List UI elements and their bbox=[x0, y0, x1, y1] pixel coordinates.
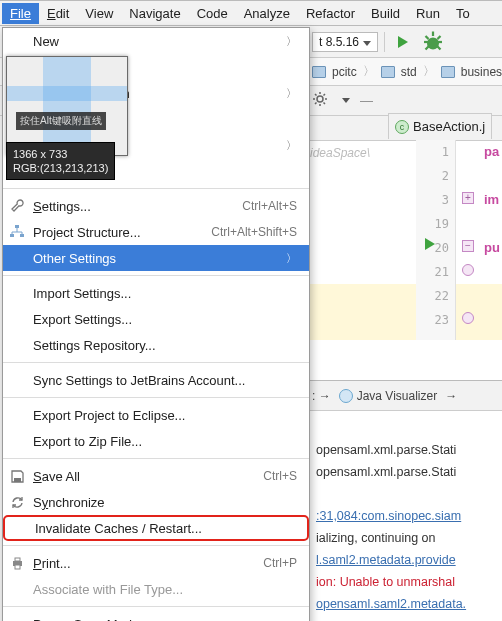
collapse-icon[interactable]: — bbox=[360, 93, 373, 108]
console-output[interactable]: opensaml.xml.parse.Stati opensaml.xml.pa… bbox=[308, 411, 502, 621]
menu-item-synchronize[interactable]: Synchronize bbox=[3, 489, 309, 515]
separator bbox=[3, 458, 309, 459]
play-icon bbox=[398, 36, 408, 48]
tooltip-rgb: RGB:(213,213,213) bbox=[13, 161, 108, 175]
chevron-right-icon: 〉 bbox=[286, 251, 297, 266]
line-number[interactable]: 21 bbox=[416, 260, 455, 284]
folder-icon bbox=[312, 66, 326, 78]
menu-edit[interactable]: Edit bbox=[39, 3, 77, 24]
menu-item-project-structure[interactable]: Project Structure...Ctrl+Alt+Shift+S bbox=[3, 219, 309, 245]
chevron-right-icon: 〉 bbox=[423, 63, 435, 80]
overlay-tooltip: 1366 x 733 RGB:(213,213,213) bbox=[6, 142, 115, 180]
bottom-tabs: : → Java Visualizer → bbox=[308, 381, 502, 411]
menu-item-settings-repository[interactable]: Settings Repository... bbox=[3, 332, 309, 358]
wrench-icon bbox=[9, 198, 25, 214]
run-config-selector[interactable]: t 8.5.16 bbox=[312, 32, 378, 52]
menu-item-import-settings[interactable]: Import Settings... bbox=[3, 280, 309, 306]
separator bbox=[3, 275, 309, 276]
line-number[interactable]: 1 bbox=[416, 140, 455, 164]
menu-code[interactable]: Code bbox=[189, 3, 236, 24]
line-number[interactable]: 2 bbox=[416, 164, 455, 188]
bottom-tab[interactable]: → bbox=[445, 389, 457, 403]
bottom-tab-visualizer[interactable]: Java Visualizer bbox=[339, 389, 437, 403]
fold-toggle[interactable]: − bbox=[462, 240, 474, 252]
svg-rect-12 bbox=[14, 478, 21, 482]
folder-icon bbox=[441, 66, 455, 78]
menu-item-settings[interactable]: Settings...Ctrl+Alt+S bbox=[3, 193, 309, 219]
menu-item-save-all[interactable]: Save AllCtrl+S bbox=[3, 463, 309, 489]
gutter: 1 2 3 19 20 21 22 23 bbox=[416, 140, 456, 340]
menubar: File Edit View Navigate Code Analyze Ref… bbox=[0, 0, 502, 26]
menu-item-export-settings[interactable]: Export Settings... bbox=[3, 306, 309, 332]
debug-button[interactable] bbox=[421, 30, 445, 54]
class-icon: c bbox=[395, 120, 409, 134]
svg-point-8 bbox=[317, 96, 323, 102]
menu-refactor[interactable]: Refactor bbox=[298, 3, 363, 24]
path-hint: ideaSpace\ bbox=[310, 146, 370, 160]
chevron-down-icon bbox=[363, 41, 371, 46]
menu-analyze[interactable]: Analyze bbox=[236, 3, 298, 24]
overlay-hint-cn: 按住Alt键吸附直线 bbox=[16, 112, 106, 130]
menu-item-new[interactable]: New〉 bbox=[3, 28, 309, 54]
sync-icon bbox=[9, 494, 25, 510]
magnifier-overlay bbox=[6, 56, 128, 156]
chevron-down-icon[interactable] bbox=[342, 98, 350, 103]
menu-build[interactable]: Build bbox=[363, 3, 408, 24]
svg-line-4 bbox=[426, 36, 429, 39]
bottom-tab[interactable]: : → bbox=[312, 389, 331, 403]
menu-view[interactable]: View bbox=[77, 3, 121, 24]
breadcrumb-item[interactable]: business bbox=[461, 65, 502, 79]
structure-icon bbox=[9, 224, 25, 240]
separator bbox=[3, 362, 309, 363]
menu-item-print[interactable]: Print...Ctrl+P bbox=[3, 550, 309, 576]
menu-item-export-eclipse[interactable]: Export Project to Eclipse... bbox=[3, 402, 309, 428]
fold-column: + − bbox=[462, 140, 478, 340]
menu-item-sync-jetbrains[interactable]: Sync Settings to JetBrains Account... bbox=[3, 367, 309, 393]
line-number[interactable]: 23 bbox=[416, 308, 455, 332]
chevron-right-icon: 〉 bbox=[286, 34, 297, 49]
menu-item-export-zip[interactable]: Export to Zip File... bbox=[3, 428, 309, 454]
fold-toggle[interactable] bbox=[462, 264, 474, 276]
menu-navigate[interactable]: Navigate bbox=[121, 3, 188, 24]
code-area[interactable]: pa im pu bbox=[484, 140, 500, 260]
menu-run[interactable]: Run bbox=[408, 3, 448, 24]
separator bbox=[3, 188, 309, 189]
menu-item-other-settings[interactable]: Other Settings〉 bbox=[3, 245, 309, 271]
line-number[interactable]: 22 bbox=[416, 284, 455, 308]
separator bbox=[3, 397, 309, 398]
save-icon bbox=[9, 468, 25, 484]
svg-line-5 bbox=[438, 36, 441, 39]
chevron-right-icon: 〉 bbox=[363, 63, 375, 80]
line-number[interactable]: 3 bbox=[416, 188, 455, 212]
line-number[interactable]: 20 bbox=[416, 236, 455, 260]
menu-item-invalidate-caches[interactable]: Invalidate Caches / Restart... bbox=[3, 515, 309, 541]
menu-file[interactable]: File bbox=[2, 3, 39, 24]
svg-line-7 bbox=[438, 46, 441, 49]
svg-rect-15 bbox=[15, 565, 20, 569]
separator bbox=[3, 606, 309, 607]
breadcrumb-item[interactable]: std bbox=[401, 65, 417, 79]
fold-toggle[interactable]: + bbox=[462, 192, 474, 204]
editor-tab[interactable]: c BaseAction.j bbox=[388, 113, 492, 139]
tooltip-dimensions: 1366 x 733 bbox=[13, 147, 108, 161]
menu-item-associate-filetype: Associate with File Type... bbox=[3, 576, 309, 602]
bug-icon bbox=[421, 30, 445, 54]
run-button[interactable] bbox=[391, 30, 415, 54]
svg-rect-10 bbox=[10, 234, 14, 237]
run-gutter-icon[interactable] bbox=[425, 238, 435, 250]
line-number[interactable]: 19 bbox=[416, 212, 455, 236]
visualizer-icon bbox=[339, 389, 353, 403]
bottom-panel: : → Java Visualizer → opensaml.xml.parse… bbox=[308, 380, 502, 621]
menu-item-power-save[interactable]: Power Save Mode bbox=[3, 611, 309, 621]
separator bbox=[3, 545, 309, 546]
breadcrumb-item[interactable]: pcitc bbox=[332, 65, 357, 79]
tab-label: BaseAction.j bbox=[413, 119, 485, 134]
svg-rect-9 bbox=[15, 225, 19, 228]
fold-toggle[interactable] bbox=[462, 312, 474, 324]
print-icon bbox=[9, 555, 25, 571]
menu-tools[interactable]: To bbox=[448, 3, 478, 24]
svg-rect-14 bbox=[15, 558, 20, 561]
gear-icon[interactable] bbox=[312, 91, 328, 110]
folder-icon bbox=[381, 66, 395, 78]
svg-line-6 bbox=[426, 46, 429, 49]
